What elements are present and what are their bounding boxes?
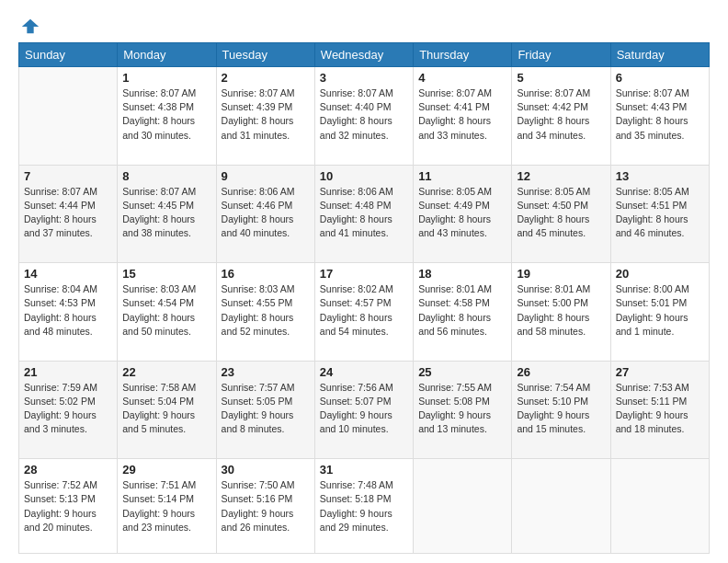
logo	[18, 17, 40, 33]
day-number: 14	[24, 267, 112, 281]
cell-content: Sunrise: 8:04 AMSunset: 4:53 PMDaylight:…	[24, 282, 112, 339]
day-number: 31	[320, 463, 408, 477]
page: SundayMondayTuesdayWednesdayThursdayFrid…	[0, 0, 728, 563]
day-number: 16	[222, 267, 310, 281]
day-number: 21	[24, 365, 112, 379]
weekday-header-wednesday: Wednesday	[314, 43, 413, 67]
calendar-cell: 15Sunrise: 8:03 AMSunset: 4:54 PMDayligh…	[118, 263, 216, 362]
day-number: 15	[122, 267, 210, 281]
cell-content: Sunrise: 8:06 AMSunset: 4:46 PMDaylight:…	[222, 185, 310, 241]
cell-content: Sunrise: 7:55 AMSunset: 5:08 PMDaylight:…	[418, 381, 506, 437]
calendar-cell: 17Sunrise: 8:02 AMSunset: 4:57 PMDayligh…	[314, 263, 413, 362]
calendar-cell: 30Sunrise: 7:50 AMSunset: 5:16 PMDayligh…	[216, 459, 314, 554]
day-number: 24	[320, 365, 408, 379]
cell-content: Sunrise: 8:07 AMSunset: 4:41 PMDaylight:…	[418, 86, 506, 143]
logo-icon	[20, 17, 40, 37]
cell-content: Sunrise: 7:56 AMSunset: 5:07 PMDaylight:…	[320, 381, 408, 437]
day-number: 13	[616, 169, 704, 183]
cell-content: Sunrise: 7:53 AMSunset: 5:11 PMDaylight:…	[616, 381, 704, 437]
weekday-header-monday: Monday	[118, 43, 216, 67]
cell-content: Sunrise: 7:59 AMSunset: 5:02 PMDaylight:…	[24, 381, 112, 437]
week-row-4: 21Sunrise: 7:59 AMSunset: 5:02 PMDayligh…	[19, 361, 710, 459]
week-row-1: 1Sunrise: 8:07 AMSunset: 4:38 PMDaylight…	[19, 67, 710, 166]
day-number: 4	[418, 71, 506, 85]
week-row-5: 28Sunrise: 7:52 AMSunset: 5:13 PMDayligh…	[19, 459, 710, 554]
cell-content: Sunrise: 8:05 AMSunset: 4:51 PMDaylight:…	[616, 185, 704, 241]
weekday-header-thursday: Thursday	[414, 43, 512, 67]
calendar-cell: 1Sunrise: 8:07 AMSunset: 4:38 PMDaylight…	[118, 67, 216, 166]
cell-content: Sunrise: 8:07 AMSunset: 4:42 PMDaylight:…	[517, 86, 605, 143]
weekday-header-friday: Friday	[512, 43, 610, 67]
cell-content: Sunrise: 7:57 AMSunset: 5:05 PMDaylight:…	[222, 381, 310, 437]
day-number: 30	[222, 463, 310, 477]
calendar-cell: 31Sunrise: 7:48 AMSunset: 5:18 PMDayligh…	[314, 459, 413, 554]
header	[18, 17, 710, 33]
day-number: 2	[222, 71, 310, 85]
calendar-cell: 21Sunrise: 7:59 AMSunset: 5:02 PMDayligh…	[19, 361, 118, 459]
day-number: 1	[122, 71, 210, 85]
day-number: 20	[616, 267, 704, 281]
day-number: 25	[418, 365, 506, 379]
cell-content: Sunrise: 7:48 AMSunset: 5:18 PMDaylight:…	[320, 478, 408, 534]
calendar-cell: 2Sunrise: 8:07 AMSunset: 4:39 PMDaylight…	[216, 67, 314, 166]
cell-content: Sunrise: 7:52 AMSunset: 5:13 PMDaylight:…	[24, 478, 112, 534]
calendar-cell: 24Sunrise: 7:56 AMSunset: 5:07 PMDayligh…	[314, 361, 413, 459]
day-number: 19	[517, 267, 605, 281]
cell-content: Sunrise: 8:07 AMSunset: 4:39 PMDaylight:…	[222, 86, 310, 143]
calendar-table: SundayMondayTuesdayWednesdayThursdayFrid…	[18, 42, 710, 554]
cell-content: Sunrise: 8:06 AMSunset: 4:48 PMDaylight:…	[320, 185, 408, 241]
calendar-cell: 20Sunrise: 8:00 AMSunset: 5:01 PMDayligh…	[610, 263, 709, 362]
calendar-cell	[610, 459, 709, 554]
day-number: 23	[222, 365, 310, 379]
calendar-cell: 3Sunrise: 8:07 AMSunset: 4:40 PMDaylight…	[314, 67, 413, 166]
cell-content: Sunrise: 8:07 AMSunset: 4:44 PMDaylight:…	[24, 185, 112, 241]
day-number: 3	[320, 71, 408, 85]
cell-content: Sunrise: 7:54 AMSunset: 5:10 PMDaylight:…	[517, 381, 605, 437]
day-number: 12	[517, 169, 605, 183]
day-number: 29	[122, 463, 210, 477]
day-number: 18	[418, 267, 506, 281]
calendar-cell: 13Sunrise: 8:05 AMSunset: 4:51 PMDayligh…	[610, 165, 709, 263]
day-number: 26	[517, 365, 605, 379]
cell-content: Sunrise: 7:50 AMSunset: 5:16 PMDaylight:…	[222, 478, 310, 534]
day-number: 5	[517, 71, 605, 85]
week-row-2: 7Sunrise: 8:07 AMSunset: 4:44 PMDaylight…	[19, 165, 710, 263]
calendar-cell: 29Sunrise: 7:51 AMSunset: 5:14 PMDayligh…	[118, 459, 216, 554]
day-number: 22	[122, 365, 210, 379]
calendar-cell: 14Sunrise: 8:04 AMSunset: 4:53 PMDayligh…	[19, 263, 118, 362]
calendar-cell	[414, 459, 512, 554]
calendar-cell	[512, 459, 610, 554]
calendar-cell: 19Sunrise: 8:01 AMSunset: 5:00 PMDayligh…	[512, 263, 610, 362]
calendar-cell: 8Sunrise: 8:07 AMSunset: 4:45 PMDaylight…	[118, 165, 216, 263]
weekday-header-row: SundayMondayTuesdayWednesdayThursdayFrid…	[19, 43, 710, 67]
calendar-cell: 27Sunrise: 7:53 AMSunset: 5:11 PMDayligh…	[610, 361, 709, 459]
cell-content: Sunrise: 8:05 AMSunset: 4:50 PMDaylight:…	[517, 185, 605, 241]
calendar-cell: 25Sunrise: 7:55 AMSunset: 5:08 PMDayligh…	[414, 361, 512, 459]
cell-content: Sunrise: 8:03 AMSunset: 4:54 PMDaylight:…	[122, 282, 210, 339]
calendar-cell: 10Sunrise: 8:06 AMSunset: 4:48 PMDayligh…	[314, 165, 413, 263]
calendar-cell: 28Sunrise: 7:52 AMSunset: 5:13 PMDayligh…	[19, 459, 118, 554]
day-number: 7	[24, 169, 112, 183]
cell-content: Sunrise: 8:07 AMSunset: 4:40 PMDaylight:…	[320, 86, 408, 143]
cell-content: Sunrise: 8:02 AMSunset: 4:57 PMDaylight:…	[320, 282, 408, 339]
calendar-cell: 9Sunrise: 8:06 AMSunset: 4:46 PMDaylight…	[216, 165, 314, 263]
calendar-cell: 5Sunrise: 8:07 AMSunset: 4:42 PMDaylight…	[512, 67, 610, 166]
calendar-cell: 4Sunrise: 8:07 AMSunset: 4:41 PMDaylight…	[414, 67, 512, 166]
day-number: 11	[418, 169, 506, 183]
cell-content: Sunrise: 8:03 AMSunset: 4:55 PMDaylight:…	[222, 282, 310, 339]
day-number: 8	[122, 169, 210, 183]
day-number: 9	[222, 169, 310, 183]
cell-content: Sunrise: 8:05 AMSunset: 4:49 PMDaylight:…	[418, 185, 506, 241]
calendar-cell	[19, 67, 118, 166]
cell-content: Sunrise: 8:00 AMSunset: 5:01 PMDaylight:…	[616, 282, 704, 339]
weekday-header-tuesday: Tuesday	[216, 43, 314, 67]
calendar-cell: 16Sunrise: 8:03 AMSunset: 4:55 PMDayligh…	[216, 263, 314, 362]
logo-text	[18, 17, 40, 37]
cell-content: Sunrise: 7:58 AMSunset: 5:04 PMDaylight:…	[122, 381, 210, 437]
calendar-cell: 18Sunrise: 8:01 AMSunset: 4:58 PMDayligh…	[414, 263, 512, 362]
weekday-header-saturday: Saturday	[610, 43, 709, 67]
calendar-cell: 23Sunrise: 7:57 AMSunset: 5:05 PMDayligh…	[216, 361, 314, 459]
calendar-cell: 22Sunrise: 7:58 AMSunset: 5:04 PMDayligh…	[118, 361, 216, 459]
weekday-header-sunday: Sunday	[19, 43, 118, 67]
calendar-cell: 11Sunrise: 8:05 AMSunset: 4:49 PMDayligh…	[414, 165, 512, 263]
